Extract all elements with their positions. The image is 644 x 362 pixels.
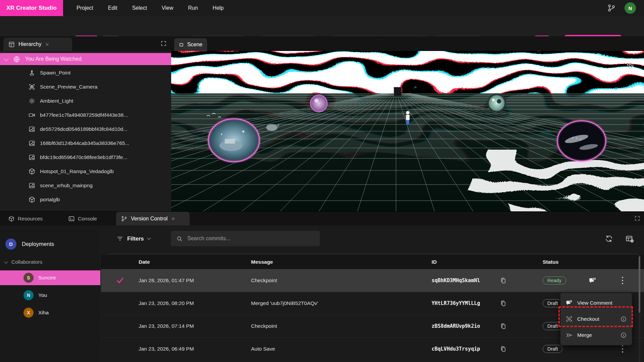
info-icon[interactable] xyxy=(620,332,627,339)
collaborator-you[interactable]: N You xyxy=(0,288,100,303)
portal-right[interactable] xyxy=(557,121,606,161)
comment-icon[interactable] xyxy=(588,269,597,292)
hierarchy-item[interactable]: scene_xrhub_mainpng xyxy=(0,178,171,193)
menu-help[interactable]: Help xyxy=(213,5,224,11)
copy-icon[interactable] xyxy=(500,338,507,360)
hierarchy-item[interactable]: portalglb xyxy=(0,193,171,207)
tab-console[interactable]: Console xyxy=(68,212,97,226)
sidebar-item-deployments[interactable]: D Deployments xyxy=(0,236,106,252)
scrollbar-thumb[interactable] xyxy=(639,256,640,313)
hierarchy-root-row[interactable]: You Are Being Watched xyxy=(0,53,171,65)
table-scrollbar[interactable] xyxy=(639,255,640,362)
hierarchy-item[interactable]: b477fee1c7fa494087259df4f443e38... xyxy=(0,108,171,122)
collaborator-name: Suncire xyxy=(38,275,56,281)
search-commits-box xyxy=(171,231,320,246)
hierarchy-item[interactable]: Ambient_Light xyxy=(0,94,171,108)
user-avatar[interactable]: N xyxy=(625,2,636,14)
copy-icon[interactable] xyxy=(500,269,507,292)
tab-version-control[interactable]: Version Control xyxy=(116,212,190,226)
close-icon[interactable] xyxy=(45,42,50,47)
hierarchy-item-label: de55726dcd0546189bbf43fc84d10d... xyxy=(40,126,128,132)
video-icon xyxy=(28,111,36,119)
commit-message: Checkpoint xyxy=(251,315,277,338)
info-icon[interactable] xyxy=(620,316,627,322)
close-icon[interactable] xyxy=(171,216,176,221)
hierarchy-expand-icon[interactable] xyxy=(160,40,167,47)
hierarchy-item[interactable]: Hotspot_01_Rampa_Vedadoglb xyxy=(0,164,171,178)
context-item-label: Checkout xyxy=(577,316,599,322)
git-branch-icon xyxy=(121,215,128,222)
collaborator-suncire[interactable]: S Suncire xyxy=(0,270,100,285)
image-icon xyxy=(28,182,36,189)
commit-date: Jan 23, 2026, 08:20 PM xyxy=(139,292,194,315)
menu-view[interactable]: View xyxy=(162,5,173,11)
commit-message: Merged 'uub7j0NiB52T0AQv' xyxy=(251,292,318,315)
menu-bar: XR Creator Studio Project Edit Select Vi… xyxy=(0,0,644,16)
viewport-settings-gear-icon[interactable] xyxy=(626,61,635,70)
tab-resources[interactable]: Resources xyxy=(8,212,43,226)
context-item-merge[interactable]: Merge xyxy=(560,327,632,343)
table-settings-icon[interactable] xyxy=(625,235,634,244)
tab-hierarchy[interactable]: Hierarchy xyxy=(3,38,72,51)
filters-dropdown[interactable]: Filters xyxy=(116,231,150,246)
selected-check-icon xyxy=(116,269,125,292)
status-badge: Ready xyxy=(543,269,566,292)
column-id[interactable]: ID xyxy=(432,255,437,269)
status-badge: Draft xyxy=(543,315,562,338)
context-item-view-comment[interactable]: View Comment xyxy=(560,295,632,311)
distant-structure xyxy=(394,87,401,96)
menu-edit[interactable]: Edit xyxy=(108,5,117,11)
context-item-checkout[interactable]: Checkout xyxy=(560,311,632,327)
column-message[interactable]: Message xyxy=(251,255,273,269)
collaborator-avatar: X xyxy=(23,308,34,318)
collaborator-name: Xiha xyxy=(38,310,49,316)
globe-icon xyxy=(13,55,20,63)
hierarchy-panel: You Are Being Watched Spawn_Point Scene_… xyxy=(0,51,171,211)
collaborator-xiha[interactable]: X Xiha xyxy=(0,305,100,320)
orb-purple[interactable] xyxy=(310,95,327,112)
copy-icon[interactable] xyxy=(500,292,507,315)
menu-select[interactable]: Select xyxy=(132,5,147,11)
column-date[interactable]: Date xyxy=(139,255,150,269)
image-icon xyxy=(28,125,36,133)
hierarchy-item[interactable]: de55726dcd0546189bbf43fc84d10d... xyxy=(0,122,171,136)
tab-scene[interactable]: Scene xyxy=(174,38,207,51)
collaborators-label: Collaborators xyxy=(11,259,42,265)
panel-expand-icon[interactable] xyxy=(634,215,640,221)
comment-icon xyxy=(565,299,573,307)
commit-row[interactable]: Jan 28, 2026, 01:47 PM Checkpoint sqBhKD… xyxy=(101,269,644,292)
copy-icon[interactable] xyxy=(500,315,507,338)
chevron-down-icon[interactable] xyxy=(4,56,9,61)
hierarchy-item[interactable]: Spawn_Point xyxy=(0,66,171,80)
console-terminal-icon xyxy=(68,215,75,222)
row-menu-kebab-icon[interactable] xyxy=(622,269,623,292)
chevron-down-icon xyxy=(147,236,151,240)
hierarchy-root-label: You Are Being Watched xyxy=(25,56,82,62)
merge-icon xyxy=(565,331,573,339)
hierarchy-item[interactable]: Scene_Preview_Camera xyxy=(0,80,171,94)
commit-id: zBS8dmARUvp9k2io xyxy=(432,315,480,338)
commit-date: Jan 23, 2026, 07:14 PM xyxy=(139,315,194,338)
status-badge: Draft xyxy=(543,292,562,315)
column-status[interactable]: Status xyxy=(543,255,558,269)
version-control-sidebar: D Deployments Collaborators S Suncire N … xyxy=(0,225,101,362)
collaborators-header[interactable]: Collaborators xyxy=(0,256,105,268)
hierarchy-item[interactable]: 168bf63d124b44cab345a38336e765... xyxy=(0,136,171,150)
collaborator-avatar: N xyxy=(23,290,34,300)
refresh-icon[interactable] xyxy=(604,234,613,243)
xr-creator-studio-app: XR Creator Studio Project Edit Select Vi… xyxy=(0,0,644,362)
menu-items: Project Edit Select View Run Help xyxy=(77,5,224,11)
commit-id: cBqLVHdu3Trsyqip xyxy=(432,338,480,360)
menu-project[interactable]: Project xyxy=(77,5,93,11)
commit-message: Checkpoint xyxy=(251,269,277,292)
scene-tab-label: Scene xyxy=(187,42,202,48)
orb-teal[interactable] xyxy=(488,94,505,112)
portal-left[interactable] xyxy=(208,119,259,162)
search-commits-input[interactable] xyxy=(187,235,314,242)
git-branch-icon[interactable] xyxy=(607,4,616,12)
toolbar: World Selection 0.5m 5° 0 m xyxy=(0,16,644,36)
scene-viewport[interactable] xyxy=(171,51,644,211)
image-icon xyxy=(28,140,36,147)
hierarchy-item[interactable]: bfdc19cd6596470c98fee3eb1df73fe... xyxy=(0,150,171,164)
menu-run[interactable]: Run xyxy=(188,5,198,11)
